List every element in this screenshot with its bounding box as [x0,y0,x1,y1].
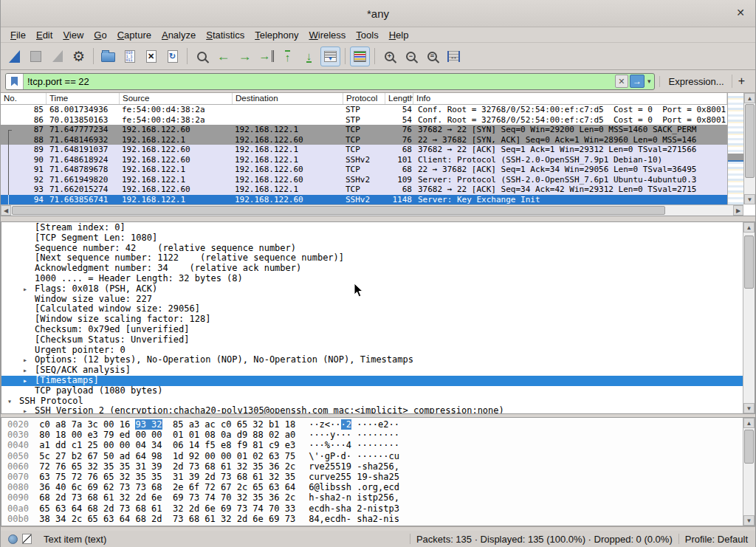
menu-view[interactable]: View [58,30,89,41]
packet-list-minimap[interactable] [727,93,743,204]
filter-apply-button[interactable]: → [630,75,645,88]
detail-line[interactable]: Sequence number: 42 (relative sequence n… [1,244,743,254]
scroll-up-icon[interactable]: ▲ [743,222,755,233]
zoom-out-button[interactable]: − [401,47,421,66]
collapse-icon[interactable]: ▾ [7,396,12,407]
packet-list-hscrollbar[interactable]: ◀ ▶ [1,204,743,216]
start-capture-button[interactable] [4,47,24,66]
auto-scroll-button[interactable]: ▾ [320,47,340,66]
save-file-button[interactable]: 0101 1011 [120,47,140,66]
column-header-source[interactable]: Source [120,93,233,104]
menu-statistics[interactable]: Statistics [201,30,250,41]
expand-icon[interactable]: ▸ [23,376,27,386]
detail-line[interactable]: [Stream index: 0] [1,223,743,233]
hex-row-0040[interactable]: 0040 a1 dd c1 25 00 00 04 34 06 14 f5 e8… [1,440,743,450]
hex-row-0090[interactable]: 0090 68 2d 73 68 61 32 2d 6e 69 73 74 70… [1,492,743,503]
packet-row-90[interactable]: 9071.648618924192.168.122.60192.168.122.… [1,155,727,165]
packet-list-vscrollbar[interactable]: ▲ ▼ [743,93,755,204]
capture-comment-icon[interactable] [22,534,32,544]
detail-line[interactable]: Acknowledgment number: 34 (relative ack … [1,264,743,274]
zoom-original-button[interactable]: = [422,47,442,66]
reload-file-button[interactable]: ↻ [162,47,182,66]
detail-line[interactable]: ▸[SEQ/ACK analysis] [1,365,743,376]
column-header-destination[interactable]: Destination [233,93,343,104]
menu-capture[interactable]: Capture [112,30,157,41]
find-packet-button[interactable] [192,47,212,66]
bytes-vscrollbar[interactable]: ▲ ▼ [743,418,755,526]
column-header-time[interactable]: Time [47,93,120,104]
hex-row-00a0[interactable]: 00a0 65 63 64 68 2d 73 68 61 32 2d 6e 69… [1,503,743,514]
packet-row-91[interactable]: 9171.648789678192.168.122.1192.168.122.6… [1,165,727,175]
restart-capture-button[interactable] [47,47,67,66]
go-back-button[interactable]: ← [213,47,233,66]
go-first-packet-button[interactable]: ↑ [278,47,298,66]
expand-icon[interactable]: ▸ [23,284,27,295]
profile-button[interactable]: Profile: Default [685,534,748,545]
expand-icon[interactable]: ▸ [23,406,27,414]
detail-line[interactable]: Window size value: 227 [1,295,743,305]
close-file-button[interactable]: ✕ [141,47,161,66]
menu-wireless[interactable]: Wireless [304,30,351,41]
vscroll-thumb[interactable] [745,104,755,178]
detail-line[interactable]: Urgent pointer: 0 [1,345,743,356]
detail-line[interactable]: ▸[Timestamps] [1,376,743,386]
menu-go[interactable]: Go [89,30,111,41]
go-last-packet-button[interactable]: ↓ [299,47,319,66]
scroll-down-icon[interactable]: ▼ [743,403,755,413]
column-header-info[interactable]: Info [413,93,727,104]
detail-line[interactable]: TCP payload (1080 bytes) [1,386,743,396]
packet-row-85[interactable]: 8568.001734936fe:54:00:d4:38:2aSTP54Conf… [1,105,727,115]
menu-file[interactable]: File [5,30,31,41]
display-filter-field[interactable]: ✕ → ▾ [5,73,655,90]
hex-row-0070[interactable]: 0070 63 75 72 76 65 32 35 35 31 39 2d 73… [1,472,743,482]
scroll-right-icon[interactable]: ▶ [733,205,743,216]
detail-line[interactable]: Checksum: 0x79ed [unverified] [1,325,743,335]
details-vscrollbar[interactable]: ▲ ▼ [743,222,755,413]
colorize-button[interactable] [350,47,370,66]
packet-row-92[interactable]: 9271.661949820192.168.122.1192.168.122.6… [1,175,727,185]
hex-row-0030[interactable]: 0030 80 18 00 e3 79 ed 00 00 01 01 08 0a… [1,430,743,440]
close-window-button[interactable]: ✕ [736,7,745,18]
filter-clear-button[interactable]: ✕ [615,75,628,88]
packet-row-88[interactable]: 8871.648146932192.168.122.1192.168.122.6… [1,135,727,145]
vscroll-thumb[interactable] [744,430,754,464]
detail-line[interactable]: ▸Flags: 0x018 (PSH, ACK) [1,284,743,295]
menu-help[interactable]: Help [384,30,414,41]
expression-button[interactable]: Expression... [659,76,732,87]
hex-row-0080[interactable]: 0080 36 40 6c 69 62 73 73 68 2e 6f 72 67… [1,482,743,492]
stop-capture-button[interactable] [26,47,46,66]
scroll-up-icon[interactable]: ▲ [743,418,755,428]
hex-row-0060[interactable]: 0060 72 76 65 32 35 35 31 39 2d 73 68 61… [1,461,743,472]
go-to-packet-button[interactable]: → [256,47,276,66]
add-filter-button[interactable]: + [732,75,751,88]
expand-icon[interactable]: ▸ [23,365,27,376]
detail-line[interactable]: [TCP Segment Len: 1080] [1,233,743,244]
detail-line[interactable]: [Next sequence number: 1122 (relative se… [1,253,743,264]
capture-options-button[interactable]: ⚙ [69,47,89,66]
packet-row-94[interactable]: 9471.663856741192.168.122.1192.168.122.6… [1,195,727,205]
go-forward-button[interactable]: → [235,47,255,66]
hex-row-0050[interactable]: 0050 5c 27 b2 67 50 ad 64 98 1d 92 00 00… [1,451,743,461]
detail-line[interactable]: [Checksum Status: Unverified] [1,335,743,345]
scroll-left-icon[interactable]: ◀ [1,205,11,216]
menu-edit[interactable]: Edit [31,30,58,41]
menu-tools[interactable]: Tools [351,30,383,41]
zoom-in-button[interactable]: + [379,47,399,66]
filter-bookmark-button[interactable] [6,74,24,89]
packet-row-89[interactable]: 8971.648191037192.168.122.60192.168.122.… [1,145,727,155]
menu-telephony[interactable]: Telephony [250,30,303,41]
open-file-button[interactable] [98,47,118,66]
hscroll-thumb[interactable] [12,206,665,215]
hex-row-00b0[interactable]: 00b0 38 34 2c 65 63 64 68 2d 73 68 61 32… [1,514,743,524]
scroll-up-icon[interactable]: ▲ [744,93,755,103]
detail-line[interactable]: ▸SSH Version 2 (encryption:chacha20-poly… [1,406,743,414]
display-filter-input[interactable] [24,76,615,87]
scroll-down-icon[interactable]: ▼ [743,515,755,526]
pane-splitter[interactable] [1,216,755,221]
filter-history-dropdown[interactable]: ▾ [645,78,654,85]
column-header-protocol[interactable]: Protocol [343,93,385,104]
detail-line[interactable]: [Window size scaling factor: 128] [1,314,743,325]
detail-line[interactable]: 1000 .... = Header Length: 32 bytes (8) [1,274,743,284]
detail-line[interactable]: ▸Options: (12 bytes), No-Operation (NOP)… [1,355,743,365]
packet-row-87[interactable]: 8771.647777234192.168.122.60192.168.122.… [1,125,727,135]
